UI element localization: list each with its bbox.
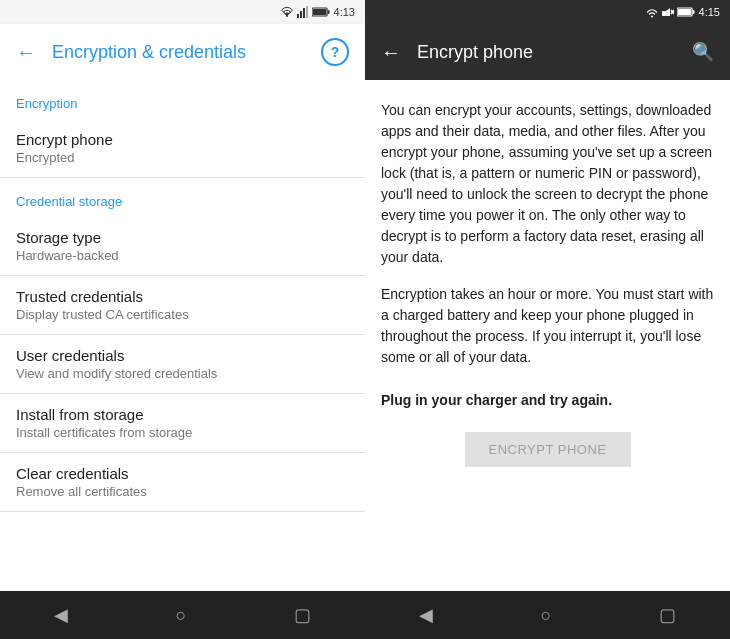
svg-point-8 xyxy=(651,16,653,18)
nav-recents-left[interactable]: ▢ xyxy=(294,604,311,626)
install-from-storage-item[interactable]: Install from storage Install certificate… xyxy=(0,394,365,453)
svg-rect-9 xyxy=(662,11,666,16)
right-panel: 4:15 ← Encrypt phone 🔍 You can encrypt y… xyxy=(365,0,730,639)
settings-content: Encryption Encrypt phone Encrypted Crede… xyxy=(0,80,365,591)
right-screen-title: Encrypt phone xyxy=(417,42,676,63)
encryption-section-header: Encryption xyxy=(0,80,365,119)
svg-rect-7 xyxy=(313,9,326,15)
install-from-storage-subtitle: Install certificates from storage xyxy=(16,425,349,440)
nav-home-right[interactable]: ○ xyxy=(541,605,552,626)
charger-message: Plug in your charger and try again. xyxy=(381,392,714,408)
encrypt-phone-item[interactable]: Encrypt phone Encrypted xyxy=(0,119,365,178)
status-icons-right xyxy=(645,6,695,18)
left-panel: 4:13 ← Encryption & credentials ? Encryp… xyxy=(0,0,365,639)
nav-back-right[interactable]: ◀ xyxy=(419,604,433,626)
nav-recents-right[interactable]: ▢ xyxy=(659,604,676,626)
svg-rect-2 xyxy=(300,11,302,18)
left-screen-title: Encryption & credentials xyxy=(52,42,305,63)
wifi-icon-right xyxy=(645,6,659,18)
svg-point-0 xyxy=(286,15,288,17)
svg-rect-1 xyxy=(297,14,299,18)
svg-rect-4 xyxy=(306,6,308,18)
svg-marker-10 xyxy=(666,8,670,16)
user-credentials-title: User credentials xyxy=(16,347,349,364)
back-button-right[interactable]: ← xyxy=(381,41,401,64)
nav-bar-right: ◀ ○ ▢ xyxy=(365,591,730,639)
nav-home-left[interactable]: ○ xyxy=(176,605,187,626)
user-credentials-item[interactable]: User credentials View and modify stored … xyxy=(0,335,365,394)
mute-icon-right xyxy=(662,6,674,18)
encrypt-button-row: ENCRYPT PHONE xyxy=(381,432,714,467)
status-icons-left xyxy=(280,6,330,18)
time-left: 4:13 xyxy=(334,6,355,18)
nav-bar-left: ◀ ○ ▢ xyxy=(0,591,365,639)
encrypt-phone-title: Encrypt phone xyxy=(16,131,349,148)
status-bar-left: 4:13 xyxy=(0,0,365,24)
svg-rect-3 xyxy=(303,8,305,18)
trusted-credentials-subtitle: Display trusted CA certificates xyxy=(16,307,349,322)
status-bar-right: 4:15 xyxy=(365,0,730,24)
user-credentials-subtitle: View and modify stored credentials xyxy=(16,366,349,381)
signal-icon xyxy=(297,6,309,18)
help-button[interactable]: ? xyxy=(321,38,349,66)
search-icon-right[interactable]: 🔍 xyxy=(692,41,714,63)
battery-icon xyxy=(312,6,330,18)
credential-section-header: Credential storage xyxy=(0,178,365,217)
install-from-storage-title: Install from storage xyxy=(16,406,349,423)
battery-icon-right xyxy=(677,6,695,18)
svg-rect-14 xyxy=(692,10,694,14)
encrypt-paragraph-1: You can encrypt your accounts, settings,… xyxy=(381,100,714,268)
storage-type-title: Storage type xyxy=(16,229,349,246)
back-button-left[interactable]: ← xyxy=(16,41,36,64)
toolbar-right: ← Encrypt phone 🔍 xyxy=(365,24,730,80)
encrypt-phone-subtitle: Encrypted xyxy=(16,150,349,165)
nav-back-left[interactable]: ◀ xyxy=(54,604,68,626)
encrypt-phone-button[interactable]: ENCRYPT PHONE xyxy=(465,432,631,467)
clear-credentials-item[interactable]: Clear credentials Remove all certificate… xyxy=(0,453,365,512)
svg-rect-15 xyxy=(678,9,691,15)
time-right: 4:15 xyxy=(699,6,720,18)
clear-credentials-title: Clear credentials xyxy=(16,465,349,482)
encrypt-paragraph-2: Encryption takes an hour or more. You mu… xyxy=(381,284,714,368)
clear-credentials-subtitle: Remove all certificates xyxy=(16,484,349,499)
trusted-credentials-title: Trusted credentials xyxy=(16,288,349,305)
trusted-credentials-item[interactable]: Trusted credentials Display trusted CA c… xyxy=(0,276,365,335)
wifi-icon xyxy=(280,6,294,18)
encrypt-content: You can encrypt your accounts, settings,… xyxy=(365,80,730,591)
storage-type-subtitle: Hardware-backed xyxy=(16,248,349,263)
svg-rect-6 xyxy=(327,10,329,14)
toolbar-left: ← Encryption & credentials ? xyxy=(0,24,365,80)
storage-type-item[interactable]: Storage type Hardware-backed xyxy=(0,217,365,276)
